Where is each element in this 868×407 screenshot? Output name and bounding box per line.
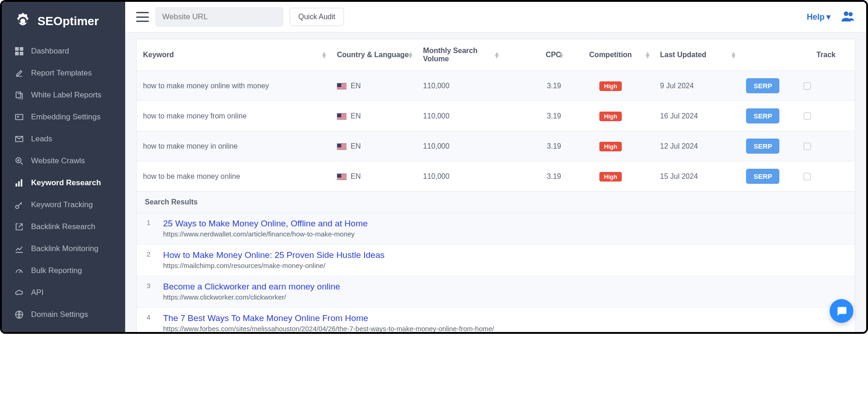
sort-icon: ▴▾ [409,52,412,58]
cell-country: EN [330,101,417,131]
flag-us-icon [337,143,347,150]
competition-badge: High [599,172,622,182]
menu-toggle[interactable] [136,12,149,22]
sidebar-item-keyword-tracking[interactable]: Keyword Tracking [2,194,125,216]
svg-rect-8 [16,183,17,187]
logo[interactable]: SEOptimer [2,2,125,40]
nav-label: Report Templates [31,69,92,78]
svg-rect-4 [16,92,21,97]
main-content: Quick Audit Help▾ Keyword▴▾ Country & La… [125,2,866,332]
embed-icon [15,112,24,122]
col-country[interactable]: Country & Language▴▾ [330,39,417,71]
flag-us-icon [337,173,347,180]
serp-button[interactable]: SERP [746,169,779,184]
serp-button[interactable]: SERP [746,78,779,93]
cell-serp: SERP [740,161,797,192]
result-title[interactable]: 25 Ways to Make Money Online, Offline an… [163,219,845,229]
sidebar-item-report-templates[interactable]: Report Templates [2,62,125,84]
sidebar-item-backlink-research[interactable]: Backlink Research [2,216,125,238]
competition-badge: High [599,112,622,121]
brand-name: SEOptimer [37,14,99,28]
flag-us-icon [337,83,347,90]
result-title[interactable]: Become a Clickworker and earn money onli… [163,282,845,292]
svg-rect-9 [18,182,20,187]
serp-button[interactable]: SERP [746,108,779,123]
sidebar-item-embedding[interactable]: Embedding Settings [2,106,125,128]
cell-updated: 16 Jul 2024 [654,101,740,131]
sidebar-item-domain-settings[interactable]: Domain Settings [2,304,125,326]
sidebar: SEOptimer Dashboard Report Templates Whi… [2,2,125,332]
col-keyword[interactable]: Keyword▴▾ [137,39,330,71]
svg-point-14 [849,12,853,16]
cell-competition: High [567,101,654,131]
sidebar-item-keyword-research[interactable]: Keyword Research [2,172,125,194]
cell-keyword: how to be make money online [137,161,330,192]
cell-updated: 12 Jul 2024 [654,131,740,161]
nav-label: Keyword Research [31,178,101,187]
sidebar-item-api[interactable]: API [2,282,125,304]
cell-volume: 110,000 [417,161,503,192]
svg-rect-2 [15,52,19,55]
col-cpc[interactable]: CPC▴▾ [503,39,567,71]
globe-icon [15,310,24,319]
cell-country: EN [330,131,417,161]
sidebar-item-backlink-monitoring[interactable]: Backlink Monitoring [2,238,125,260]
table-row: how to make money from online EN 110,000… [137,101,855,131]
users-icon[interactable] [842,11,855,23]
cloud-icon [15,288,24,297]
competition-badge: High [599,81,622,91]
search-result-item: 4 The 7 Best Ways To Make Money Online F… [137,307,855,332]
track-checkbox[interactable] [804,143,811,150]
cell-serp: SERP [740,101,797,131]
cell-track [797,101,855,131]
nav-label: Dashboard [31,47,69,56]
svg-rect-5 [16,114,23,119]
nav-label: Website Crawls [31,156,85,166]
cell-country: EN [330,71,417,101]
cell-serp: SERP [740,131,797,161]
cell-updated: 15 Jul 2024 [654,161,740,192]
cell-cpc: 3.19 [503,131,567,161]
result-title[interactable]: How to Make Money Online: 25 Proven Side… [163,250,845,260]
flag-us-icon [337,113,347,120]
col-updated[interactable]: Last Updated▴▾ [654,39,740,71]
track-checkbox[interactable] [804,112,811,120]
result-number: 4 [147,313,154,332]
line-chart-icon [15,244,24,253]
cell-keyword: how to make money online with money [137,71,330,101]
search-result-item: 2 How to Make Money Online: 25 Proven Si… [137,244,855,276]
cell-keyword: how to make money in online [137,131,330,161]
col-track: Track [797,39,855,71]
cell-track [797,131,855,161]
sidebar-item-leads[interactable]: Leads [2,128,125,150]
dashboard-icon [15,47,24,56]
result-title[interactable]: The 7 Best Ways To Make Money Online Fro… [163,313,845,323]
col-competition[interactable]: Competition▴▾ [567,39,654,71]
sort-icon: ▴▾ [646,52,649,58]
caret-down-icon: ▾ [826,12,831,22]
cell-competition: High [567,71,654,101]
nav-label: Leads [31,134,52,144]
cell-keyword: how to make money from online [137,101,330,131]
sidebar-item-dashboard[interactable]: Dashboard [2,40,125,62]
quick-audit-button[interactable]: Quick Audit [290,8,344,26]
col-volume[interactable]: Monthly Search Volume▴▾ [417,39,503,71]
serp-button[interactable]: SERP [746,139,779,154]
sidebar-item-white-label[interactable]: White Label Reports [2,84,125,106]
search-results-header: Search Results [137,192,855,213]
svg-rect-0 [15,47,19,51]
table-row: how to be make money online EN 110,000 3… [137,161,855,192]
track-checkbox[interactable] [804,173,811,180]
topbar: Quick Audit Help▾ [125,2,866,32]
chat-icon [836,305,847,317]
chat-widget[interactable] [830,299,853,323]
help-dropdown[interactable]: Help▾ [807,12,831,22]
sidebar-item-bulk-reporting[interactable]: Bulk Reporting [2,260,125,282]
url-input[interactable] [155,7,283,27]
result-url: https://www.nerdwallet.com/article/finan… [163,230,845,238]
nav-label: Bulk Reporting [31,266,82,275]
sidebar-item-crawls[interactable]: Website Crawls [2,150,125,172]
track-checkbox[interactable] [804,82,811,90]
edit-icon [15,69,24,78]
svg-point-13 [844,11,848,16]
